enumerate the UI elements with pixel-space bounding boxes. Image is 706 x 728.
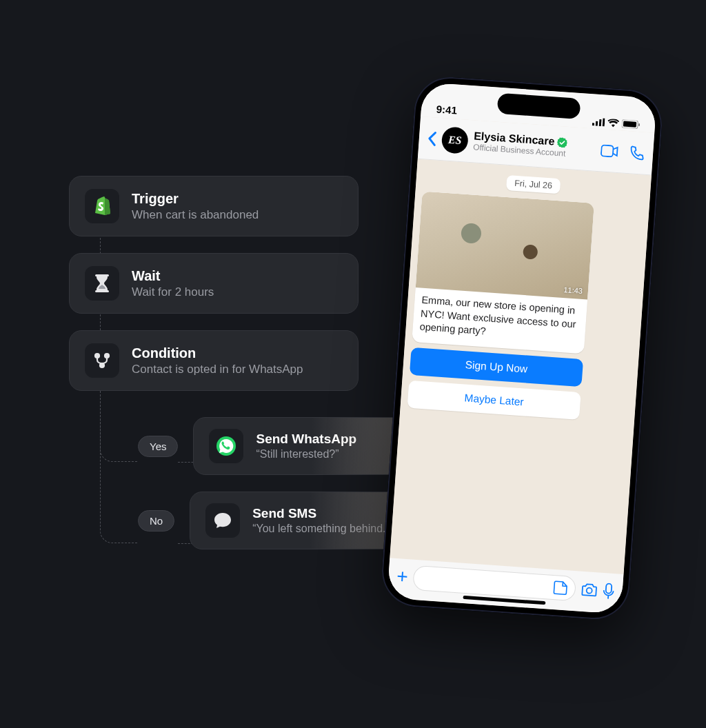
attach-icon[interactable]: +	[396, 565, 409, 588]
back-icon[interactable]	[427, 130, 437, 146]
sticker-icon[interactable]	[552, 580, 568, 596]
hourglass-icon	[85, 266, 119, 301]
svg-rect-0	[95, 274, 109, 276]
svg-point-14	[586, 587, 592, 594]
svg-rect-1	[95, 290, 109, 292]
node-sub: “Still interested?”	[256, 448, 356, 461]
cta-primary-button[interactable]: Sign Up Now	[410, 347, 583, 387]
svg-rect-15	[606, 583, 612, 594]
branch-label-no: No	[138, 510, 174, 532]
verified-badge-icon	[557, 137, 568, 148]
message-input[interactable]	[413, 565, 577, 601]
video-call-icon[interactable]	[601, 144, 619, 158]
camera-icon[interactable]	[581, 583, 598, 598]
node-title: Send WhatsApp	[256, 432, 356, 447]
svg-rect-11	[623, 121, 637, 127]
flow-node-wait[interactable]: Wait Wait for 2 hours	[69, 253, 359, 314]
message-image[interactable]: 11:43	[416, 191, 594, 299]
node-title: Condition	[132, 345, 303, 361]
whatsapp-icon	[209, 429, 243, 463]
node-sub: “You left something behind.”	[252, 523, 390, 535]
svg-point-3	[105, 354, 109, 358]
status-time: 9:41	[436, 103, 457, 117]
date-divider: Fri, Jul 26	[505, 175, 561, 194]
shopify-icon	[85, 189, 119, 223]
message-time: 11:43	[563, 285, 583, 295]
phone-mockup: 9:41 ES Elysia Skincare Official Busines…	[380, 74, 665, 621]
battery-icon	[622, 119, 641, 129]
message-bubble: 11:43 Emma, our new store is opening in …	[412, 191, 594, 354]
node-sub: Contact is opted in for WhatsApp	[132, 363, 303, 376]
voice-call-icon[interactable]	[629, 145, 645, 161]
node-title: Wait	[132, 268, 214, 284]
mic-icon[interactable]	[603, 583, 615, 600]
svg-rect-12	[638, 123, 640, 126]
cta-secondary-button[interactable]: Maybe Later	[407, 380, 581, 419]
flow-node-condition[interactable]: Condition Contact is opted in for WhatsA…	[69, 330, 359, 391]
sms-icon	[205, 503, 240, 538]
svg-rect-6	[592, 123, 594, 125]
branch-label-yes: Yes	[138, 436, 178, 457]
svg-rect-7	[596, 121, 598, 126]
chat-area[interactable]: Fri, Jul 26 11:43 Emma, our new store is…	[390, 159, 652, 574]
svg-rect-9	[603, 118, 605, 126]
wifi-icon	[607, 119, 620, 128]
branch-icon	[85, 343, 119, 378]
svg-point-2	[95, 354, 99, 358]
node-title: Send SMS	[252, 506, 390, 521]
node-title: Trigger	[132, 191, 259, 207]
node-sub: When cart is abandoned	[132, 208, 259, 222]
flow-node-trigger[interactable]: Trigger When cart is abandoned	[69, 176, 359, 236]
svg-rect-13	[601, 145, 614, 156]
avatar[interactable]: ES	[441, 126, 470, 154]
cellular-icon	[592, 117, 605, 126]
node-sub: Wait for 2 hours	[132, 285, 214, 299]
svg-rect-8	[599, 119, 602, 126]
